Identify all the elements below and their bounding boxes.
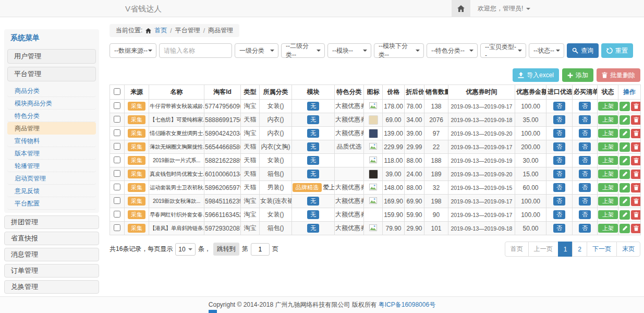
- edit-button[interactable]: [619, 142, 630, 152]
- module-badge[interactable]: 无: [307, 224, 319, 233]
- import-select-toggle[interactable]: 否: [553, 156, 565, 165]
- delete-button[interactable]: [631, 142, 641, 152]
- must-buy-toggle[interactable]: 否: [579, 102, 591, 111]
- row-checkbox[interactable]: [114, 116, 120, 123]
- edit-button[interactable]: [619, 129, 630, 138]
- sidebar-accordion-header[interactable]: 用户管理: [7, 49, 96, 64]
- edit-button[interactable]: [619, 156, 630, 165]
- must-buy-toggle[interactable]: 否: [579, 142, 591, 152]
- delete-button[interactable]: [631, 224, 641, 233]
- status-badge[interactable]: 上架: [598, 156, 618, 165]
- sidebar-item[interactable]: 特色分类: [7, 110, 96, 122]
- filter-select[interactable]: --模块--: [327, 43, 371, 58]
- module-badge[interactable]: 品牌精选: [293, 183, 322, 192]
- row-checkbox[interactable]: [114, 170, 120, 177]
- filter-select[interactable]: --特色分类--: [427, 43, 478, 58]
- sidebar-accordion-header[interactable]: 兑换管理: [4, 280, 99, 294]
- delete-button[interactable]: [631, 197, 641, 206]
- row-checkbox[interactable]: [114, 184, 120, 190]
- must-buy-toggle[interactable]: 否: [579, 210, 591, 220]
- module-badge[interactable]: 无: [307, 197, 319, 206]
- import-select-toggle[interactable]: 否: [553, 197, 565, 206]
- import-select-toggle[interactable]: 否: [553, 224, 565, 233]
- must-buy-toggle[interactable]: 否: [579, 156, 591, 165]
- status-badge[interactable]: 上架: [598, 129, 618, 138]
- status-badge[interactable]: 上架: [598, 142, 618, 152]
- edit-button[interactable]: [619, 197, 630, 206]
- edit-button[interactable]: [619, 210, 630, 220]
- sidebar-item[interactable]: 轮播管理: [7, 160, 96, 172]
- sidebar-item[interactable]: 商品分类: [7, 85, 96, 97]
- import-select-toggle[interactable]: 否: [553, 142, 565, 152]
- sidebar-accordion-header[interactable]: 拼团管理: [4, 215, 99, 229]
- sidebar-accordion-header[interactable]: 订单管理: [4, 264, 99, 278]
- must-buy-toggle[interactable]: 否: [579, 183, 591, 192]
- delete-button[interactable]: [631, 156, 641, 165]
- sidebar-item[interactable]: 版本管理: [7, 147, 96, 160]
- must-buy-toggle[interactable]: 否: [579, 115, 591, 125]
- edit-button[interactable]: [619, 224, 630, 233]
- status-badge[interactable]: 上架: [598, 210, 618, 220]
- user-menu[interactable]: 欢迎您，管理员!: [478, 4, 530, 13]
- import-select-toggle[interactable]: 否: [553, 102, 565, 111]
- jump-page-input[interactable]: [251, 243, 270, 256]
- batch-delete-button[interactable]: 批量删除: [597, 68, 640, 82]
- sidebar-item[interactable]: 模块商品分类: [7, 97, 96, 110]
- module-badge[interactable]: 无: [307, 129, 319, 138]
- must-buy-toggle[interactable]: 否: [579, 170, 591, 179]
- home-button[interactable]: [452, 0, 470, 17]
- filter-select[interactable]: --状态--: [529, 43, 564, 58]
- sidebar-accordion-header[interactable]: 平台管理: [7, 67, 96, 81]
- must-buy-toggle[interactable]: 否: [579, 224, 591, 233]
- status-badge[interactable]: 上架: [598, 102, 618, 111]
- import-select-toggle[interactable]: 否: [553, 129, 565, 138]
- delete-button[interactable]: [631, 170, 641, 179]
- sidebar-item[interactable]: 宣传物料: [7, 135, 96, 147]
- sidebar-accordion-header[interactable]: 省直快报: [4, 232, 99, 245]
- filter-select[interactable]: --数据来源--: [110, 43, 156, 58]
- name-search-input[interactable]: [159, 43, 232, 58]
- row-checkbox[interactable]: [114, 211, 120, 218]
- sidebar-item[interactable]: 平台配置: [7, 197, 96, 210]
- sidebar-accordion-header[interactable]: 消息管理: [4, 248, 99, 261]
- row-checkbox[interactable]: [114, 197, 120, 204]
- status-badge[interactable]: 上架: [598, 183, 618, 192]
- module-badge[interactable]: 无: [307, 156, 319, 165]
- row-checkbox[interactable]: [114, 129, 120, 136]
- module-badge[interactable]: 无: [307, 210, 319, 220]
- import-select-toggle[interactable]: 否: [553, 183, 565, 192]
- delete-button[interactable]: [631, 115, 641, 125]
- filter-select[interactable]: --二级分类--: [281, 43, 325, 58]
- delete-button[interactable]: [631, 129, 641, 138]
- icp-link[interactable]: 粤ICP备16098006号: [379, 300, 435, 309]
- page-button[interactable]: 下一页: [587, 242, 617, 257]
- status-badge[interactable]: 上架: [598, 170, 618, 179]
- reset-button[interactable]: 重置: [601, 43, 633, 58]
- delete-button[interactable]: [631, 183, 641, 192]
- row-checkbox[interactable]: [114, 102, 120, 109]
- filter-select[interactable]: --模块下分类--: [374, 43, 424, 58]
- status-badge[interactable]: 上架: [598, 224, 618, 233]
- jump-button[interactable]: 跳转到: [213, 243, 239, 256]
- filter-select[interactable]: --宝贝类型--: [480, 43, 526, 58]
- page-button[interactable]: 1: [558, 242, 573, 257]
- must-buy-toggle[interactable]: 否: [579, 197, 591, 206]
- must-buy-toggle[interactable]: 否: [579, 129, 591, 138]
- import-select-toggle[interactable]: 否: [553, 115, 565, 125]
- page-button[interactable]: 2: [572, 242, 587, 257]
- select-all-checkbox[interactable]: [114, 88, 120, 95]
- row-checkbox[interactable]: [114, 156, 120, 163]
- status-badge[interactable]: 上架: [598, 197, 618, 206]
- sidebar-item[interactable]: 商品管理: [7, 122, 96, 135]
- edit-button[interactable]: [619, 170, 630, 179]
- sidebar-item[interactable]: 意见反馈: [7, 185, 96, 197]
- page-size-select[interactable]: 10: [175, 243, 195, 256]
- status-badge[interactable]: 上架: [598, 115, 618, 125]
- import-select-toggle[interactable]: 否: [553, 210, 565, 220]
- delete-button[interactable]: [631, 210, 641, 220]
- edit-button[interactable]: [619, 115, 630, 125]
- import-excel-button[interactable]: 导入excel: [513, 68, 559, 82]
- row-checkbox[interactable]: [114, 224, 120, 231]
- row-checkbox[interactable]: [114, 143, 120, 150]
- breadcrumb-home-link[interactable]: 首页: [154, 26, 167, 35]
